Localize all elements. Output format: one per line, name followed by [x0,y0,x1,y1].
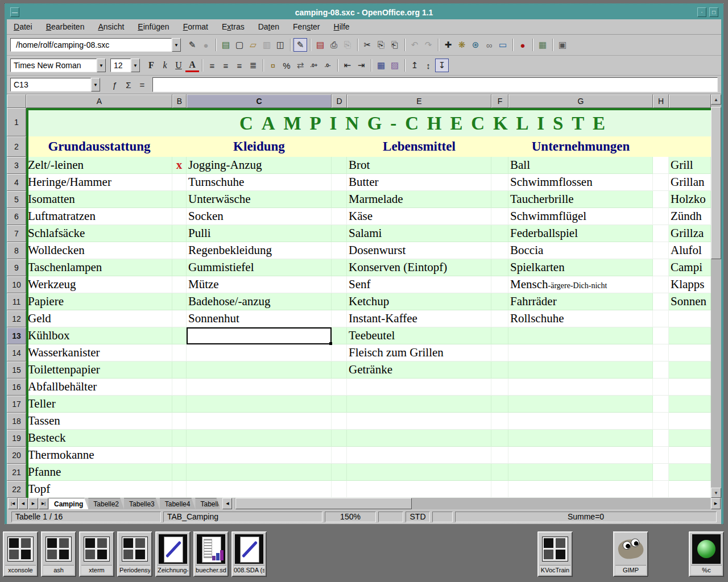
window-menu-button[interactable]: — [10,7,19,17]
cell-B15[interactable] [172,361,187,379]
cell-A20[interactable]: Thermokanne [26,447,172,464]
cell-E14[interactable]: Fleisch zum Grillen [347,344,491,361]
cell-A13[interactable]: Kühlbox [26,327,172,344]
cell-G9[interactable]: Spielkarten [508,259,653,276]
url-input[interactable] [10,38,172,52]
row-header-1[interactable]: 1 [7,108,26,136]
cell-D19[interactable] [332,430,347,447]
row-header-21[interactable]: 21 [7,464,26,481]
cell-A14[interactable]: Wasserkanister [26,344,172,361]
undo-icon[interactable]: ↶ [408,38,421,52]
cell-B4[interactable] [172,174,187,191]
cell-B7[interactable] [172,225,187,242]
cell-G6[interactable]: Schwimmflügel [508,208,653,225]
briefcase-icon[interactable]: ▣ [556,38,569,52]
cell-F8[interactable] [491,242,508,259]
datasources-icon[interactable]: ▭ [496,38,510,52]
row-header-22[interactable]: 22 [7,481,26,498]
cell-H15[interactable] [653,361,669,379]
copy-icon[interactable]: ⎘ [374,38,388,52]
cell-F4[interactable] [491,174,508,191]
cell-I19[interactable] [669,430,711,447]
cell-A18[interactable]: Tassen [26,413,172,430]
cell-G22[interactable] [508,481,653,498]
bold-icon[interactable]: F [144,59,158,72]
cell-B17[interactable] [172,396,187,413]
first-sheet-icon[interactable]: |◀ [8,498,18,509]
page-preview-icon[interactable]: ⎘ [341,38,354,52]
cell-H11[interactable] [653,293,669,310]
cell-I18[interactable] [669,413,711,430]
cut-icon[interactable]: ✂ [361,38,374,52]
cell-F7[interactable] [491,225,508,242]
row-header-19[interactable]: 19 [7,430,26,447]
font-name-value[interactable]: Times New Roman [10,59,97,72]
cell-F6[interactable] [491,208,508,225]
column-header-C[interactable]: C [187,94,332,108]
gallery-icon[interactable]: ▦ [536,38,549,52]
taskbar-icon-008-sda-s[interactable]: 008.SDA (s [231,531,267,577]
cell-A11[interactable]: Papiere [26,293,172,310]
align-justify-icon[interactable]: ≣ [246,59,260,72]
cell-G14[interactable] [508,344,653,361]
cell-A10[interactable]: Werkzeug [26,276,172,293]
cell-E19[interactable] [347,430,491,447]
menu-format[interactable]: Format [183,22,208,31]
cell-G17[interactable] [508,396,653,413]
taskbar-icon-periodensy[interactable]: Periodensy [117,531,152,577]
cell-E18[interactable] [347,413,491,430]
open-document-icon[interactable]: ▱ [246,38,260,52]
cell-A5[interactable]: Isomatten [26,191,172,208]
sum-icon[interactable]: Σ [122,78,135,92]
cell-A19[interactable]: Besteck [26,430,172,447]
align-bottom-icon[interactable]: ↧ [435,59,449,72]
cell-C22[interactable] [187,481,332,498]
taskbar-icon--c[interactable]: %c [689,531,724,577]
cell-I3[interactable]: Grill [669,157,711,174]
cell-A8[interactable]: Wolldecken [26,242,172,259]
cell-F20[interactable] [491,447,508,464]
cell-H12[interactable] [653,310,669,327]
cell-I21[interactable] [669,464,711,481]
cell-I14[interactable] [669,344,711,361]
cell-H17[interactable] [653,396,669,413]
cell-F5[interactable] [491,191,508,208]
cell-D13[interactable] [332,327,347,344]
align-center-icon[interactable]: ≡ [219,59,233,72]
font-name-dropdown-icon[interactable]: ▼ [97,59,106,72]
sheet-tab-tabelle2[interactable]: Tabelle2 [88,498,124,509]
sheet-tab-camping[interactable]: Camping [49,498,88,509]
cell-D10[interactable] [332,276,347,293]
menu-extras[interactable]: Extras [222,22,245,31]
cell-G4[interactable]: Schwimmflossen [508,174,653,191]
cell-C10[interactable]: Mütze [187,276,332,293]
previous-sheet-icon[interactable]: ◀ [18,498,28,509]
cell-H3[interactable] [653,157,669,174]
cell-E11[interactable]: Ketchup [347,293,491,310]
cell-reference-value[interactable]: C13 [10,78,91,92]
row-header-18[interactable]: 18 [7,413,26,430]
cell-H8[interactable] [653,242,669,259]
add-decimal-icon[interactable]: .0+ [307,59,321,72]
cell-G5[interactable]: Taucherbrille [508,191,653,208]
decrease-indent-icon[interactable]: ⇤ [341,59,354,72]
taskbar-icon-xterm[interactable]: xterm [79,531,114,577]
scroll-up-icon[interactable]: ▲ [711,94,721,105]
cell-H21[interactable] [653,464,669,481]
cell-I8[interactable]: Alufol [669,242,711,259]
cell-F13[interactable] [491,327,508,344]
cell-E9[interactable]: Konserven (Eintopf) [347,259,491,276]
url-dropdown-icon[interactable]: ▼ [172,38,181,52]
cell-F21[interactable] [491,464,508,481]
cell-B21[interactable] [172,464,187,481]
cell-D4[interactable] [332,174,347,191]
cell-G19[interactable] [508,430,653,447]
cell-I13[interactable] [669,327,711,344]
cell-G12[interactable]: Rollschuhe [508,310,653,327]
row-header-17[interactable]: 17 [7,396,26,413]
column-header-H[interactable]: H [653,94,669,108]
row-header-15[interactable]: 15 [7,361,26,379]
cell-reference-box[interactable]: C13 ▼ [10,78,100,92]
cell-C15[interactable] [187,361,332,379]
row-header-9[interactable]: 9 [7,259,26,276]
